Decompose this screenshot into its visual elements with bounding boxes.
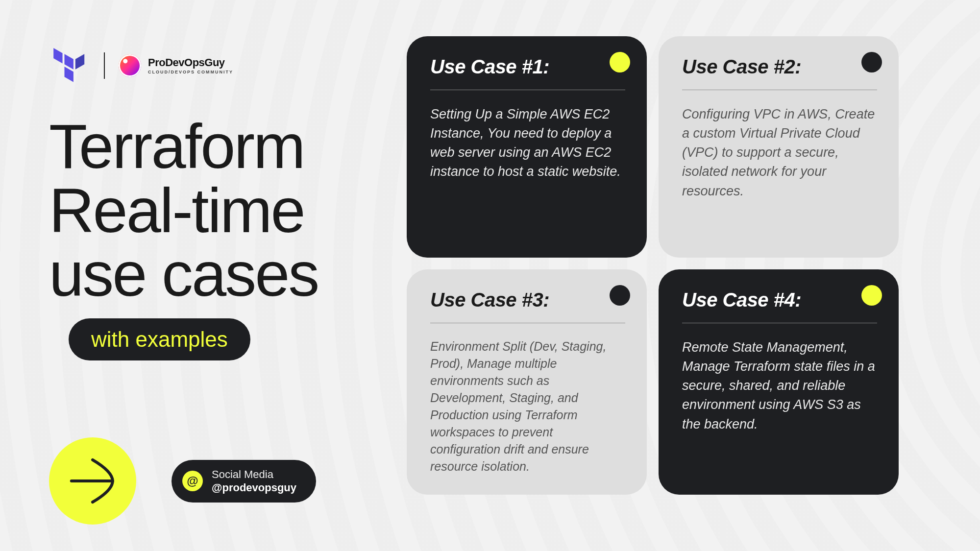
accent-dot-icon <box>861 285 882 306</box>
card-title: Use Case #3: <box>430 289 625 311</box>
card-divider <box>430 323 625 323</box>
left-column: ProDevOpsGuy CLOUD/DEVOPS COMMUNITY Terr… <box>0 0 407 551</box>
svg-marker-2 <box>65 67 74 82</box>
social-label: Social Media <box>212 468 296 481</box>
card-divider <box>430 90 625 90</box>
at-icon: @ <box>182 471 203 491</box>
card-body: Environment Split (Dev, Staging, Prod), … <box>430 338 625 475</box>
svg-marker-0 <box>53 48 62 64</box>
use-case-card-2: Use Case #2: Configuring VPC in AWS, Cre… <box>659 36 899 258</box>
social-pill[interactable]: @ Social Media @prodevopsguy <box>172 460 316 503</box>
card-body: Setting Up a Simple AWS EC2 Instance, Yo… <box>430 105 625 182</box>
examples-pill: with examples <box>69 318 250 360</box>
svg-marker-1 <box>65 54 74 70</box>
card-body: Remote State Management, Manage Terrafor… <box>682 338 877 434</box>
svg-marker-3 <box>75 54 84 70</box>
brand-text: ProDevOpsGuy CLOUD/DEVOPS COMMUNITY <box>148 57 233 74</box>
logo-divider <box>104 52 105 79</box>
logo-row: ProDevOpsGuy CLOUD/DEVOPS COMMUNITY <box>49 44 387 87</box>
card-title: Use Case #1: <box>430 56 625 78</box>
headline-line-1: Terraform <box>49 115 387 179</box>
card-title: Use Case #4: <box>682 289 877 311</box>
accent-dot-icon <box>610 285 630 306</box>
card-body: Configuring VPC in AWS, Create a custom … <box>682 105 877 201</box>
use-case-card-3: Use Case #3: Environment Split (Dev, Sta… <box>407 269 647 495</box>
terraform-icon <box>49 44 90 87</box>
accent-dot-icon <box>861 52 882 72</box>
card-divider <box>682 90 877 90</box>
brand-subtitle: CLOUD/DEVOPS COMMUNITY <box>148 70 233 74</box>
headline-line-2: Real-time <box>49 179 387 243</box>
card-divider <box>682 323 877 323</box>
social-handle: @prodevopsguy <box>212 481 296 495</box>
use-case-card-4: Use Case #4: Remote State Management, Ma… <box>659 269 899 495</box>
card-title: Use Case #2: <box>682 56 877 78</box>
brand: ProDevOpsGuy CLOUD/DEVOPS COMMUNITY <box>119 54 233 77</box>
brand-avatar-icon <box>119 54 141 77</box>
cards-grid: Use Case #1: Setting Up a Simple AWS EC2… <box>407 0 980 551</box>
headline-line-3: use cases <box>49 242 387 307</box>
use-case-card-1: Use Case #1: Setting Up a Simple AWS EC2… <box>407 36 647 258</box>
arrow-right-icon <box>49 437 136 525</box>
slide: ProDevOpsGuy CLOUD/DEVOPS COMMUNITY Terr… <box>0 0 980 551</box>
brand-name: ProDevOpsGuy <box>148 57 233 68</box>
accent-dot-icon <box>610 52 630 72</box>
footer-row: @ Social Media @prodevopsguy <box>49 437 316 525</box>
headline: Terraform Real-time use cases <box>49 115 387 307</box>
